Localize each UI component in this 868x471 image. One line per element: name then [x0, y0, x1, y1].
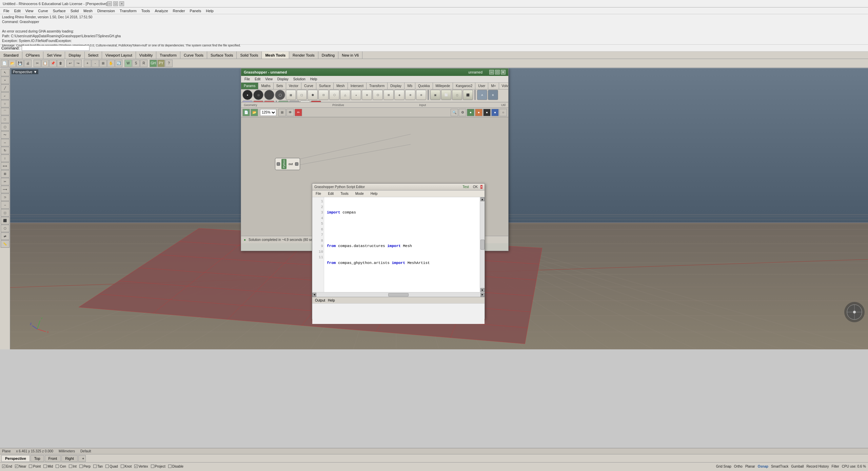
- gh-icon-6[interactable]: ▢: [297, 90, 307, 100]
- tb-zoom-out[interactable]: -: [92, 60, 99, 67]
- command-input[interactable]: [22, 45, 90, 51]
- snap-end-check[interactable]: [2, 465, 5, 468]
- menu-surface[interactable]: Surface: [51, 8, 68, 13]
- tool-point[interactable]: •: [1, 77, 9, 84]
- python-ok-btn[interactable]: OK: [473, 185, 478, 189]
- vp-tab-right[interactable]: Right: [61, 455, 78, 462]
- snap-quad-check[interactable]: [105, 465, 109, 468]
- tab-surface-tools[interactable]: Surface Tools: [207, 52, 237, 59]
- gh-icon-15[interactable]: ◈: [394, 90, 405, 100]
- window-controls[interactable]: ─ □ ×: [107, 1, 124, 6]
- tool-freeform[interactable]: 〜: [1, 131, 9, 139]
- snap-perp-check[interactable]: [79, 465, 83, 468]
- gh-port-in[interactable]: [277, 162, 280, 166]
- gh-tab-display[interactable]: Display: [388, 83, 405, 89]
- gh-icon-4[interactable]: ◯: [275, 90, 285, 100]
- tb-undo[interactable]: ↩: [66, 60, 74, 67]
- snap-near[interactable]: Near: [15, 465, 26, 468]
- menu-panels[interactable]: Panels: [188, 8, 203, 13]
- gh-menu-help[interactable]: Help: [308, 77, 319, 81]
- ortho-label[interactable]: Ortho: [734, 465, 743, 468]
- tool-surface[interactable]: ◻: [1, 209, 9, 217]
- tool-dim[interactable]: ⇄: [1, 232, 9, 240]
- py-menu-file[interactable]: File: [314, 191, 323, 196]
- tool-mesh[interactable]: ⬡: [1, 225, 9, 232]
- python-title-controls[interactable]: Test OK ×: [462, 185, 482, 189]
- gh-menu-file[interactable]: File: [242, 77, 252, 81]
- tab-curve-tools[interactable]: Curve Tools: [180, 52, 207, 59]
- menu-curve[interactable]: Curve: [36, 8, 50, 13]
- grid-snap-label[interactable]: Grid Snap: [716, 465, 731, 468]
- menu-help[interactable]: Help: [204, 8, 216, 13]
- gh-tab-user[interactable]: User: [475, 83, 488, 89]
- menu-view[interactable]: View: [23, 8, 36, 13]
- menu-tools[interactable]: Tools: [139, 8, 152, 13]
- tb-copy[interactable]: 📋: [41, 60, 49, 67]
- tool-select[interactable]: ↖: [1, 69, 9, 76]
- tool-scale[interactable]: ↕: [1, 155, 9, 162]
- gh-tb-orange[interactable]: ●: [475, 109, 482, 116]
- vp-tab-perspective[interactable]: Perspective: [1, 455, 30, 462]
- tool-line[interactable]: ╱: [1, 84, 9, 92]
- menu-solid[interactable]: Solid: [68, 8, 81, 13]
- vp-tab-front[interactable]: Front: [45, 455, 61, 462]
- gh-icon-prim-3[interactable]: ◻: [452, 90, 462, 100]
- scroll-thumb[interactable]: [480, 240, 485, 250]
- smarttrack-label[interactable]: SmartTrack: [771, 465, 788, 468]
- snap-project[interactable]: Project: [151, 465, 165, 468]
- gh-tab-millepede[interactable]: Millepede: [433, 83, 453, 89]
- python-close-btn[interactable]: ×: [480, 185, 482, 189]
- tool-array[interactable]: ⊞: [1, 170, 9, 178]
- code-content[interactable]: import compas from compas.datastructures…: [324, 197, 480, 292]
- tool-fillet[interactable]: ⌢: [1, 201, 9, 209]
- snap-tan-check[interactable]: [93, 465, 97, 468]
- tool-rectangle[interactable]: □: [1, 116, 9, 123]
- tb-cut[interactable]: ✂: [34, 60, 41, 67]
- gh-menu-display[interactable]: Display: [275, 77, 291, 81]
- hscroll-left-btn[interactable]: ◄: [312, 293, 316, 297]
- gh-icon-11[interactable]: ⬧: [351, 90, 361, 100]
- scroll-down-btn[interactable]: ▼: [480, 288, 485, 292]
- gh-icon-16[interactable]: ⊕: [405, 90, 415, 100]
- gh-tab-vector[interactable]: Vector: [286, 83, 301, 89]
- gh-tab-intersect[interactable]: Intersect: [348, 83, 367, 89]
- tb-paste[interactable]: 📌: [49, 60, 57, 67]
- gh-tab-surface[interactable]: Surface: [316, 83, 334, 89]
- gh-icon-1[interactable]: ●: [242, 90, 253, 100]
- menu-analyze[interactable]: Analyze: [153, 8, 170, 13]
- tool-arc[interactable]: ⌒: [1, 108, 9, 115]
- snap-vertex-check[interactable]: [134, 465, 138, 468]
- code-hscrollbar[interactable]: ◄ ►: [312, 292, 485, 297]
- grasshopper-title-bar[interactable]: Grasshopper - unnamed unnamed ─ □ ×: [241, 68, 508, 76]
- tb-open[interactable]: 📂: [8, 60, 16, 67]
- gh-menu-edit[interactable]: Edit: [253, 77, 262, 81]
- gh-icon-7[interactable]: ⬟: [308, 90, 318, 100]
- gh-tab-mplus[interactable]: M+: [488, 83, 499, 89]
- record-history-label[interactable]: Record History: [806, 465, 829, 468]
- gh-tb-eye[interactable]: 👁: [287, 109, 294, 116]
- maximize-button[interactable]: □: [113, 1, 118, 6]
- hscroll-thumb[interactable]: [388, 293, 409, 296]
- gh-port-out[interactable]: [295, 162, 298, 166]
- tb-wireframe[interactable]: W: [124, 60, 132, 67]
- scroll-up-btn[interactable]: ▲: [480, 197, 485, 201]
- snap-cen-check[interactable]: [56, 465, 59, 468]
- tool-analyze[interactable]: 📏: [1, 240, 9, 248]
- gh-icon-3[interactable]: ○: [264, 90, 274, 100]
- filter-label[interactable]: Filter: [832, 465, 839, 468]
- tab-viewport-layout[interactable]: Viewport Layout: [102, 52, 136, 59]
- tab-transform[interactable]: Transform: [156, 52, 180, 59]
- gh-close[interactable]: ×: [501, 70, 506, 75]
- gumball-label[interactable]: Gumball: [791, 465, 804, 468]
- tab-mesh-tools[interactable]: Mesh Tools: [262, 52, 289, 59]
- snap-quad[interactable]: Quad: [105, 465, 118, 468]
- gh-tb-new[interactable]: 📄: [242, 109, 250, 116]
- snap-end[interactable]: End: [2, 465, 12, 468]
- tool-extend[interactable]: ⟿: [1, 186, 9, 193]
- tab-visibility[interactable]: Visibility: [136, 52, 157, 59]
- gh-tb-search[interactable]: 🔍: [451, 109, 458, 116]
- snap-point-check[interactable]: [29, 465, 32, 468]
- tb-delete[interactable]: 🗑: [57, 60, 64, 67]
- gh-tb-pencil[interactable]: ✏: [295, 109, 302, 116]
- menu-transform[interactable]: Transform: [118, 8, 139, 13]
